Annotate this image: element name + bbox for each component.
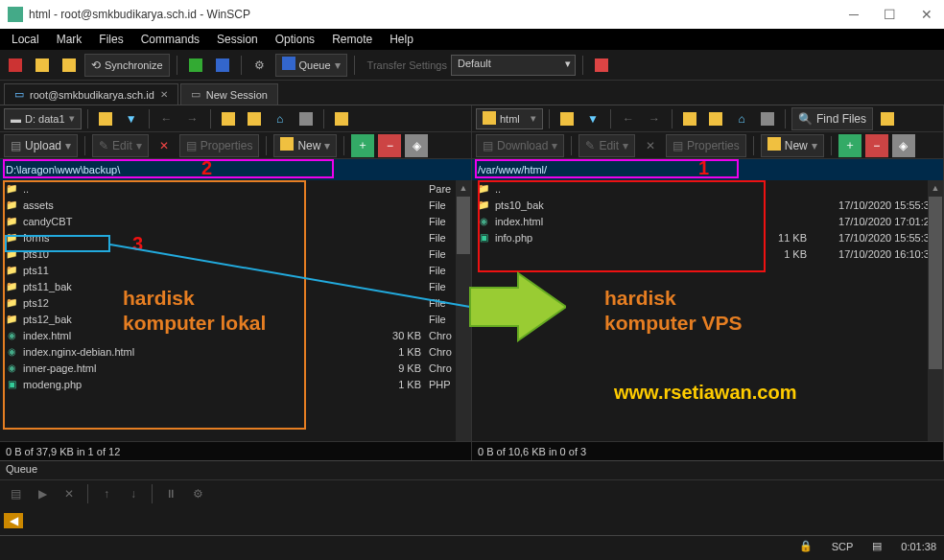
menu-session[interactable]: Session bbox=[209, 31, 266, 48]
local-drive-select[interactable]: ▬ D: data1 ▾ bbox=[4, 108, 82, 129]
local-up-icon[interactable] bbox=[217, 107, 240, 130]
close-tab-icon[interactable]: ✕ bbox=[160, 89, 168, 100]
remote-new-button[interactable]: New ▾ bbox=[761, 134, 824, 157]
queue-arrow-icon[interactable]: ◀ bbox=[4, 513, 23, 528]
new-session-tab[interactable]: ▭ New Session bbox=[180, 83, 278, 105]
lock-icon: 🔒 bbox=[799, 540, 813, 552]
local-filter-icon[interactable]: ▼ bbox=[120, 107, 143, 130]
list-item[interactable]: 📁pts11File bbox=[0, 262, 471, 278]
window-title: html - root@smkbudikarya.sch.id - WinSCP bbox=[29, 8, 845, 21]
remote-refresh-icon[interactable] bbox=[704, 107, 727, 130]
list-item[interactable]: 📁formsFile bbox=[0, 229, 471, 245]
remote-forward-icon[interactable]: → bbox=[643, 107, 666, 130]
queue-list-icon[interactable]: ▤ bbox=[4, 482, 27, 505]
menu-options[interactable]: Options bbox=[268, 31, 322, 48]
list-item[interactable]: ◉index.nginx-debian.html1 KBChro bbox=[0, 343, 471, 360]
local-plus-icon[interactable]: ＋ bbox=[351, 134, 374, 157]
menu-files[interactable]: Files bbox=[91, 31, 130, 48]
list-item[interactable]: 📁pts11_bakFile bbox=[0, 278, 471, 294]
remote-dir-select[interactable]: html ▾ bbox=[476, 108, 543, 129]
remote-minus-icon[interactable]: − bbox=[865, 134, 888, 157]
disconnect-icon[interactable] bbox=[590, 54, 613, 77]
remote-back-icon[interactable]: ← bbox=[617, 107, 640, 130]
remote-path[interactable]: /var/www/html/ bbox=[472, 159, 943, 180]
local-bookmark-icon[interactable] bbox=[330, 107, 353, 130]
menu-mark[interactable]: Mark bbox=[49, 31, 90, 48]
remote-select-icon[interactable]: ◈ bbox=[892, 134, 915, 157]
list-item[interactable]: 📁..Pare bbox=[0, 180, 471, 197]
menu-help[interactable]: Help bbox=[382, 31, 421, 48]
upload-button[interactable]: ▤ Upload ▾ bbox=[4, 134, 78, 157]
remote-tree-icon[interactable] bbox=[756, 107, 779, 130]
session-tab-active[interactable]: ▭ root@smkbudikarya.sch.id ✕ bbox=[4, 83, 178, 105]
list-item[interactable]: 1 KB17/10/2020 16:10:32 bbox=[472, 245, 943, 262]
list-item[interactable]: ◉index.html30 KBChro bbox=[0, 327, 471, 343]
main-toolbar: ⟲ Synchronize ⚙ Queue ▾ Transfer Setting… bbox=[0, 50, 944, 81]
list-item[interactable]: 📁assetsFile bbox=[0, 197, 471, 213]
maximize-button[interactable]: ☐ bbox=[880, 7, 900, 22]
remote-filter-icon[interactable]: ▼ bbox=[581, 107, 604, 130]
local-tree-icon[interactable] bbox=[295, 107, 318, 130]
new-window-icon[interactable] bbox=[31, 54, 54, 77]
remote-bookmark-icon[interactable] bbox=[876, 107, 899, 130]
menu-commands[interactable]: Commands bbox=[133, 31, 207, 48]
queue-button[interactable]: Queue ▾ bbox=[275, 54, 347, 77]
download-button[interactable]: ▤ Download ▾ bbox=[476, 134, 564, 157]
remote-plus-icon[interactable]: ＋ bbox=[838, 134, 861, 157]
connection-time: 0:01:38 bbox=[901, 541, 936, 552]
queue-up-icon[interactable]: ↑ bbox=[95, 482, 118, 505]
local-back-icon[interactable]: ← bbox=[155, 107, 178, 130]
queue-gear-icon[interactable]: ⚙ bbox=[186, 482, 209, 505]
remote-delete-icon[interactable]: ✕ bbox=[639, 134, 662, 157]
queue-play-icon[interactable]: ▶ bbox=[31, 482, 54, 505]
compare-icon[interactable] bbox=[184, 54, 207, 77]
local-refresh-icon[interactable] bbox=[243, 107, 266, 130]
statusbar: 🔒 SCP ▤ 0:01:38 bbox=[0, 535, 944, 556]
remote-file-list[interactable]: 📁..📁pts10_bak17/10/2020 15:55:32◉index.h… bbox=[472, 180, 943, 441]
list-item[interactable]: 📁pts12_bakFile bbox=[0, 311, 471, 327]
list-item[interactable]: 📁pts12File bbox=[0, 294, 471, 311]
keep-updated-icon[interactable] bbox=[211, 54, 234, 77]
list-item[interactable]: 📁pts10_bak17/10/2020 15:55:32 bbox=[472, 197, 943, 213]
close-button[interactable]: ✕ bbox=[917, 7, 936, 22]
remote-up-icon[interactable] bbox=[678, 107, 701, 130]
local-select-icon[interactable]: ◈ bbox=[405, 134, 428, 157]
list-item[interactable]: 📁.. bbox=[472, 180, 943, 197]
queue-pause-icon[interactable]: ⏸ bbox=[159, 482, 182, 505]
minimize-button[interactable]: ─ bbox=[845, 7, 862, 22]
folder-plus-icon[interactable] bbox=[58, 54, 81, 77]
list-item[interactable]: 📁pts10File bbox=[0, 245, 471, 262]
local-open-folder-icon[interactable] bbox=[94, 107, 117, 130]
remote-home-icon[interactable]: ⌂ bbox=[730, 107, 753, 130]
menu-remote[interactable]: Remote bbox=[324, 31, 380, 48]
find-files-button[interactable]: 🔍 Find Files bbox=[791, 107, 873, 130]
menubar: Local Mark Files Commands Session Option… bbox=[0, 29, 944, 50]
local-home-icon[interactable]: ⌂ bbox=[269, 107, 292, 130]
transfer-preset-select[interactable]: Default bbox=[451, 55, 576, 76]
list-item[interactable]: ◉index.html17/10/2020 17:01:28 bbox=[472, 213, 943, 229]
queue-down-icon[interactable]: ↓ bbox=[122, 482, 145, 505]
menu-local[interactable]: Local bbox=[4, 31, 47, 48]
local-scrollbar[interactable]: ▲ bbox=[456, 180, 471, 441]
synchronize-button[interactable]: ⟲ Synchronize bbox=[84, 54, 170, 77]
local-minus-icon[interactable]: − bbox=[378, 134, 401, 157]
local-file-list[interactable]: 📁..Pare📁assetsFile📁candyCBTFile📁formsFil… bbox=[0, 180, 471, 441]
list-item[interactable]: ▣modeng.php1 KBPHP bbox=[0, 376, 471, 392]
list-item[interactable]: ◉inner-page.html9 KBChro bbox=[0, 360, 471, 376]
local-edit-button[interactable]: ✎ Edit ▾ bbox=[92, 134, 149, 157]
address-book-icon[interactable] bbox=[4, 54, 27, 77]
remote-open-folder-icon[interactable] bbox=[555, 107, 578, 130]
local-delete-icon[interactable]: ✕ bbox=[153, 134, 176, 157]
remote-scrollbar[interactable]: ▲ bbox=[928, 180, 943, 441]
local-forward-icon[interactable]: → bbox=[181, 107, 204, 130]
list-item[interactable]: 📁candyCBTFile bbox=[0, 213, 471, 229]
gear-icon[interactable]: ⚙ bbox=[248, 54, 271, 77]
window-titlebar: html - root@smkbudikarya.sch.id - WinSCP… bbox=[0, 0, 944, 29]
list-item[interactable]: ▣info.php11 KB17/10/2020 15:55:36 bbox=[472, 229, 943, 245]
local-properties-button[interactable]: ▤ Properties bbox=[179, 134, 260, 157]
local-path[interactable]: D:\laragon\www\backup\ bbox=[0, 159, 471, 180]
remote-edit-button[interactable]: ✎ Edit ▾ bbox=[578, 134, 635, 157]
queue-delete-icon[interactable]: ✕ bbox=[58, 482, 81, 505]
remote-properties-button[interactable]: ▤ Properties bbox=[666, 134, 746, 157]
local-new-button[interactable]: New ▾ bbox=[273, 134, 337, 157]
